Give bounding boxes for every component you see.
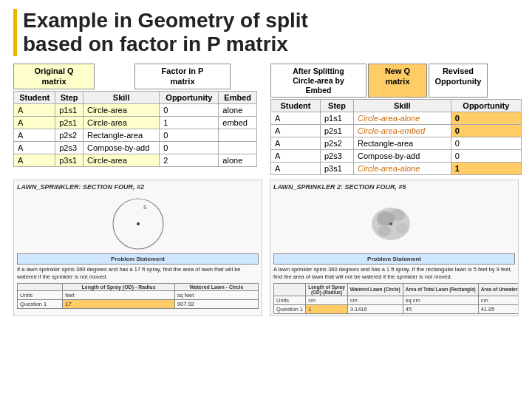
cell-step: p3s1 (321, 163, 354, 175)
mini-cell-q1-val: 17 (63, 299, 175, 308)
mini-col-spray: Length of Spray (OD) - Radius (63, 283, 175, 290)
page-title: Example in Geometry of split based on fa… (13, 9, 519, 56)
splash-drawing (273, 193, 515, 252)
circle-drawing: s (17, 193, 259, 252)
cell-student: A (271, 150, 321, 163)
col-header-step: Step (321, 100, 354, 112)
table-row: A p2s3 Compose-by-add 0 (14, 141, 257, 154)
cell-opportunity: 0 (160, 103, 219, 116)
svg-point-1 (137, 222, 140, 225)
problem-statement-label-right: Problem Statement (273, 253, 515, 265)
circle-svg: s (101, 193, 175, 252)
cell-step: p2s3 (321, 150, 354, 163)
svg-text:s: s (143, 203, 147, 211)
cell-skill: Circle-area-alone (353, 112, 451, 125)
cell-embed: embed (219, 116, 257, 129)
factor-p-label: Factor in P matrix (134, 64, 231, 89)
left-header-labels: Original Q matrix Factor in P matrix (13, 64, 265, 89)
revised-label: Revised Opportunity (429, 64, 488, 98)
orig-q-label: Original Q matrix (13, 64, 95, 89)
left-caption: LAWN_SPRINKLER: SECTION FOUR, #2 (17, 183, 259, 191)
problem-statement-label: Problem Statement (17, 253, 259, 265)
cell-skill: Circle-area-embed (353, 125, 451, 137)
svg-point-7 (378, 226, 391, 236)
col-header-opportunity: Opportunity (160, 91, 219, 103)
page: Example in Geometry of split based on fa… (0, 0, 532, 399)
mini-col-header (18, 283, 63, 290)
left-mini-table: Length of Spray (OD) - Radius Watered La… (17, 283, 259, 309)
table-row: A p2s1 Circle-area-embed 0 (271, 125, 522, 137)
cell-student: A (271, 112, 321, 125)
cell-skill: Rectangle-area (83, 129, 159, 141)
col-header-student: Student (14, 91, 55, 103)
table-row: A p2s3 Compose-by-add 0 (271, 150, 522, 163)
cell-opportunity: 0 (451, 150, 521, 163)
svg-point-5 (390, 209, 405, 221)
cell-skill: Rectangle-area (353, 137, 451, 150)
mini-col-header (274, 283, 306, 296)
cell-student: A (271, 137, 321, 150)
mini-cell-q1-rect: 45 (403, 304, 478, 313)
cell-skill: Compose-by-add (83, 141, 159, 154)
cell-student: A (14, 154, 55, 166)
cell-step: p2s2 (321, 137, 354, 150)
mini-cell-q1-circle: 3.1416 (347, 304, 403, 313)
cell-skill: Circle-area-alone (353, 163, 451, 175)
left-table-section: Original Q matrix Factor in P matrix Stu… (13, 64, 265, 166)
table-row: A p2s2 Rectangle-area 0 (271, 137, 522, 150)
mini-col-total: Area of Total Lawn (Rectangle) (403, 283, 478, 296)
right-mini-table: Length of Spray(OD)-(Radius) Watered Law… (273, 283, 519, 314)
table-row: A p2s2 Rectangle-area 0 (14, 129, 257, 141)
col-header-embed: Embed (219, 91, 257, 103)
mini-cell-sqfeet: sq feet (174, 290, 258, 299)
mini-table-row: Question 1 17 907.92 (18, 299, 259, 308)
cell-student: A (271, 163, 321, 175)
table-row: A p3s1 Circle-area-alone 1 (271, 163, 522, 175)
mini-cell-units-label: Units (18, 290, 63, 299)
left-data-table: Student Step Skill Opportunity Embed A p… (13, 91, 257, 167)
svg-point-6 (396, 223, 408, 233)
cell-student: A (14, 116, 55, 129)
splash-svg (358, 193, 432, 252)
col-header-student: Student (271, 100, 321, 112)
right-image-panel: LAWN_SPRINKLER 2: SECTION FOUR, #5 Probl… (270, 180, 519, 316)
cell-skill: Circle-area (83, 103, 159, 116)
title-text: Example in Geometry of split based on fa… (23, 9, 308, 55)
mini-cell-cm2: cm (347, 296, 403, 304)
mini-table-row: Units feet sq feet (18, 290, 259, 299)
after-split-label: After Splitting Circle-area by Embed (270, 64, 366, 98)
cell-skill: Circle-area (83, 154, 159, 166)
problem-text-right: A lawn sprinkler spins 360 degrees and h… (273, 266, 515, 281)
cell-opportunity: 0 (451, 137, 521, 150)
mini-cell-q1-area: 907.92 (174, 299, 258, 308)
problem-text: If a lawn sprinkler spins 360 degrees an… (17, 266, 259, 281)
cell-opportunity: 2 (160, 154, 219, 166)
mini-cell-units: Units (274, 296, 306, 304)
cell-step: p1s1 (321, 112, 354, 125)
cell-step: p1s1 (55, 103, 83, 116)
cell-step: p2s2 (55, 129, 83, 141)
new-q-label: New Q matrix (368, 64, 427, 98)
table-row: A p1s1 Circle-area 0 alone (14, 103, 257, 116)
cell-step: p2s1 (55, 116, 83, 129)
col-header-opportunity: Opportunity (451, 100, 521, 112)
mini-table-row: Question 1 1 3.1416 45 41.85 (274, 304, 519, 313)
mini-cell-q1-label: Question 1 (18, 299, 63, 308)
mini-cell-q1: Question 1 (274, 304, 306, 313)
col-header-skill: Skill (83, 91, 159, 103)
mini-col-watered: Watered Lawn - Circle (174, 283, 258, 290)
mini-cell-cm3: cm (478, 296, 519, 304)
table-row: A p3s1 Circle-area 2 alone (14, 154, 257, 166)
cell-opportunity: 0 (160, 141, 219, 154)
col-header-skill: Skill (353, 100, 451, 112)
right-data-table: Student Step Skill Opportunity A p1s1 Ci… (270, 99, 522, 175)
cell-step: p3s1 (55, 154, 83, 166)
mini-cell-feet: feet (63, 290, 175, 299)
cell-student: A (14, 141, 55, 154)
right-header-labels: After Splitting Circle-area by Embed New… (270, 64, 522, 98)
cell-student: A (271, 125, 321, 137)
cell-skill: Compose-by-add (353, 150, 451, 163)
cell-opportunity: 0 (160, 129, 219, 141)
cell-opportunity: 0 (451, 112, 521, 125)
table-row: A p2s1 Circle-area 1 embed (14, 116, 257, 129)
